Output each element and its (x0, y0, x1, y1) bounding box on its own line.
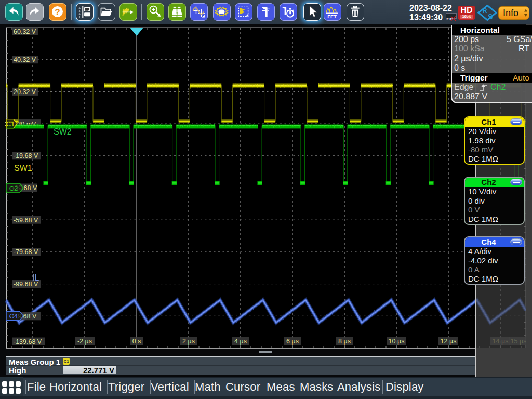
svg-text:12 µs: 12 µs (441, 338, 457, 345)
svg-text:?: ? (55, 7, 60, 17)
svg-text:C2: C2 (9, 184, 18, 192)
svg-text:6 µs: 6 µs (286, 338, 299, 345)
svg-text:-59.68 V: -59.68 V (14, 217, 38, 224)
svg-text:SW1: SW1 (14, 164, 32, 172)
svg-text:0 s: 0 s (132, 338, 141, 345)
svg-text:-79.68 V: -79.68 V (14, 248, 38, 256)
svg-text:2 µs: 2 µs (182, 338, 195, 345)
svg-text:10 µs: 10 µs (389, 338, 405, 345)
svg-text:4 µs: 4 µs (234, 338, 247, 345)
svg-text:LXI: LXI (447, 17, 454, 21)
svg-text:IL: IL (32, 273, 39, 282)
svg-text:C1: C1 (6, 120, 15, 128)
svg-text:40.32 V: 40.32 V (14, 56, 36, 63)
svg-text:FFT: FFT (327, 14, 337, 19)
svg-text:-19.68 V: -19.68 V (14, 152, 38, 159)
svg-text:R: R (483, 7, 487, 15)
svg-text:SW2: SW2 (54, 127, 72, 136)
svg-text:-139.68 V: -139.68 V (14, 338, 42, 345)
svg-text:-2 µs: -2 µs (77, 338, 92, 345)
svg-text:60.32 V: 60.32 V (14, 28, 36, 35)
svg-text:S: S (488, 12, 493, 21)
svg-text:8 µs: 8 µs (338, 338, 351, 345)
svg-text:20.32 V: 20.32 V (14, 88, 36, 96)
svg-text:C4: C4 (9, 312, 18, 320)
